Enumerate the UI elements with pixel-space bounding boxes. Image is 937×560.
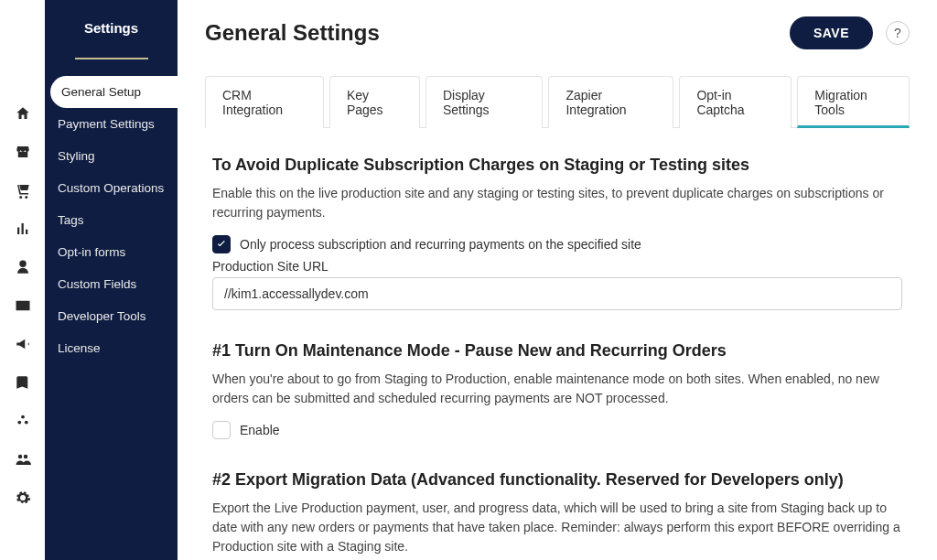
sidebar-item-optin-forms[interactable]: Opt-in forms bbox=[45, 236, 178, 268]
cart-icon[interactable] bbox=[15, 182, 31, 199]
svg-point-2 bbox=[24, 421, 27, 425]
production-url-input[interactable] bbox=[212, 277, 902, 310]
page-title: General Settings bbox=[205, 20, 380, 46]
tabs: CRM Integration Key Pages Display Settin… bbox=[205, 75, 910, 128]
book-icon[interactable] bbox=[15, 374, 31, 391]
help-button[interactable]: ? bbox=[886, 21, 910, 45]
sidebar-item-payment-settings[interactable]: Payment Settings bbox=[45, 108, 178, 140]
home-icon[interactable] bbox=[15, 105, 31, 122]
store-icon[interactable] bbox=[15, 144, 31, 160]
user-icon[interactable] bbox=[15, 259, 31, 275]
dots-icon[interactable] bbox=[15, 413, 31, 429]
section-heading: To Avoid Duplicate Subscription Charges … bbox=[212, 156, 902, 175]
sidebar-item-styling[interactable]: Styling bbox=[45, 140, 178, 172]
team-icon[interactable] bbox=[15, 451, 31, 468]
section-desc: When you're about to go from Staging to … bbox=[212, 370, 902, 408]
icon-rail bbox=[0, 0, 45, 560]
gear-icon[interactable] bbox=[15, 490, 31, 506]
settings-sidebar: Settings General Setup Payment Settings … bbox=[45, 0, 178, 560]
sidebar-item-license[interactable]: License bbox=[45, 332, 178, 364]
chart-icon[interactable] bbox=[15, 221, 31, 237]
enable-maintenance-checkbox[interactable] bbox=[212, 421, 231, 439]
svg-point-0 bbox=[21, 415, 25, 419]
sidebar-divider bbox=[75, 58, 148, 59]
tab-key-pages[interactable]: Key Pages bbox=[329, 76, 420, 128]
section-heading: #2 Export Migration Data (Advanced funct… bbox=[212, 470, 902, 490]
section-maintenance-mode: #1 Turn On Maintenance Mode - Pause New … bbox=[212, 341, 902, 439]
enable-maintenance-label: Enable bbox=[240, 423, 280, 437]
svg-point-4 bbox=[23, 455, 27, 459]
svg-point-3 bbox=[17, 455, 22, 459]
sidebar-item-custom-operations[interactable]: Custom Operations bbox=[45, 172, 178, 204]
tab-display-settings[interactable]: Display Settings bbox=[425, 76, 544, 128]
svg-point-1 bbox=[17, 421, 21, 425]
tab-content: To Avoid Duplicate Subscription Charges … bbox=[205, 156, 910, 560]
section-desc: Export the Live Production payment, user… bbox=[212, 499, 902, 556]
main-header: General Settings SAVE ? bbox=[205, 16, 910, 49]
mail-icon[interactable] bbox=[15, 297, 31, 314]
tab-optin-captcha[interactable]: Opt-in Captcha bbox=[679, 76, 792, 128]
main-panel: General Settings SAVE ? CRM Integration … bbox=[178, 0, 937, 560]
tab-migration-tools[interactable]: Migration Tools bbox=[797, 76, 910, 128]
sidebar-item-developer-tools[interactable]: Developer Tools bbox=[45, 300, 178, 332]
section-export-migration: #2 Export Migration Data (Advanced funct… bbox=[212, 470, 902, 560]
save-button[interactable]: SAVE bbox=[790, 16, 873, 49]
section-duplicate-charges: To Avoid Duplicate Subscription Charges … bbox=[212, 156, 902, 310]
tab-zapier-integration[interactable]: Zapier Integration bbox=[548, 76, 673, 128]
tab-crm-integration[interactable]: CRM Integration bbox=[205, 76, 324, 128]
sidebar-item-custom-fields[interactable]: Custom Fields bbox=[45, 268, 178, 300]
sidebar-items: General Setup Payment Settings Styling C… bbox=[45, 76, 178, 364]
sidebar-title: Settings bbox=[45, 20, 178, 36]
only-process-label: Only process subscription and recurring … bbox=[240, 237, 641, 252]
section-heading: #1 Turn On Maintenance Mode - Pause New … bbox=[212, 341, 902, 361]
sidebar-item-tags[interactable]: Tags bbox=[45, 204, 178, 236]
sidebar-item-general-setup[interactable]: General Setup bbox=[50, 76, 178, 108]
section-desc: Enable this on the live production site … bbox=[212, 184, 902, 222]
megaphone-icon[interactable] bbox=[15, 336, 31, 352]
only-process-checkbox[interactable] bbox=[212, 235, 231, 253]
production-url-label: Production Site URL bbox=[212, 259, 902, 274]
